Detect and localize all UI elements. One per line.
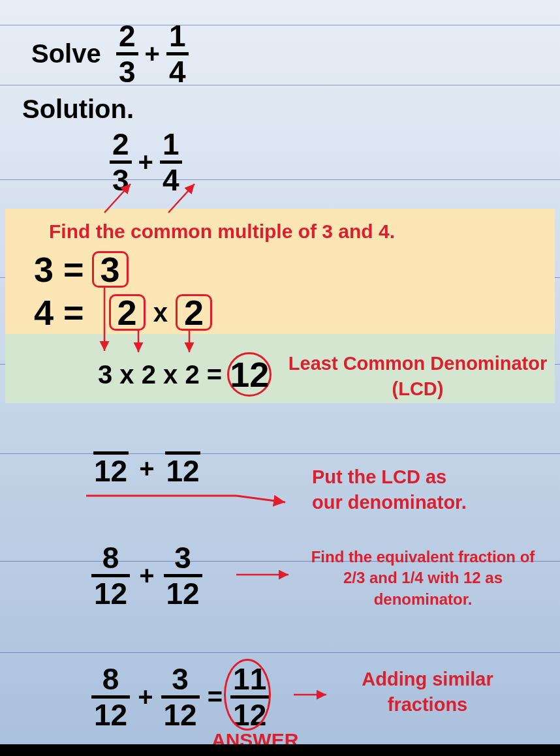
note-adding-similar: Adding similar fractions bbox=[339, 667, 516, 718]
lcm-value: 12 bbox=[230, 354, 269, 395]
problem-f2-numerator: 1 bbox=[166, 21, 189, 52]
svg-line-6 bbox=[236, 496, 285, 502]
arrow-factor-2a bbox=[134, 330, 142, 357]
svg-line-0 bbox=[104, 184, 131, 213]
lcm-heading: Find the common multiple of 3 and 4. bbox=[49, 220, 395, 243]
problem-f1-numerator: 2 bbox=[116, 21, 138, 52]
factor-row-3: 3 = 3 bbox=[34, 249, 129, 290]
factor-row-4: 4 = 2 x 2 bbox=[34, 292, 212, 333]
underline-lcd-arrow bbox=[86, 493, 295, 509]
problem-expression: 2 3 + 1 4 bbox=[116, 21, 189, 87]
lcm-product-line: 3 x 2 x 2 = 12 bbox=[98, 352, 272, 397]
lcd-caption: Least Common Denominator (LCD) bbox=[287, 351, 548, 402]
equivalent-expression: 8 12 + 3 12 bbox=[91, 543, 202, 609]
lcd-placeholder-expression: 12 + 12 bbox=[91, 451, 202, 486]
note-equivalent: Find the equivalent fraction of 2/3 and … bbox=[299, 547, 547, 610]
svg-line-1 bbox=[168, 184, 194, 213]
footer-bar bbox=[0, 744, 560, 756]
plus-sign: + bbox=[145, 39, 160, 68]
note-put-lcd: Put the LCD as our denominator. bbox=[312, 464, 467, 515]
arrow-factor-3 bbox=[101, 286, 108, 357]
final-expression: 8 12 + 3 12 = 11 12 bbox=[91, 664, 269, 730]
arrow-from-den-4 bbox=[162, 181, 240, 214]
problem-f1-denominator: 3 bbox=[116, 55, 138, 87]
solve-label: Solve bbox=[31, 39, 101, 68]
problem-f2-denominator: 4 bbox=[166, 55, 189, 87]
solution-label: Solution. bbox=[22, 95, 134, 124]
arrow-factor-2b bbox=[185, 330, 193, 357]
arrow-to-add-note bbox=[294, 691, 333, 698]
answer-circle bbox=[224, 659, 271, 731]
arrow-to-equiv-note bbox=[236, 571, 295, 578]
